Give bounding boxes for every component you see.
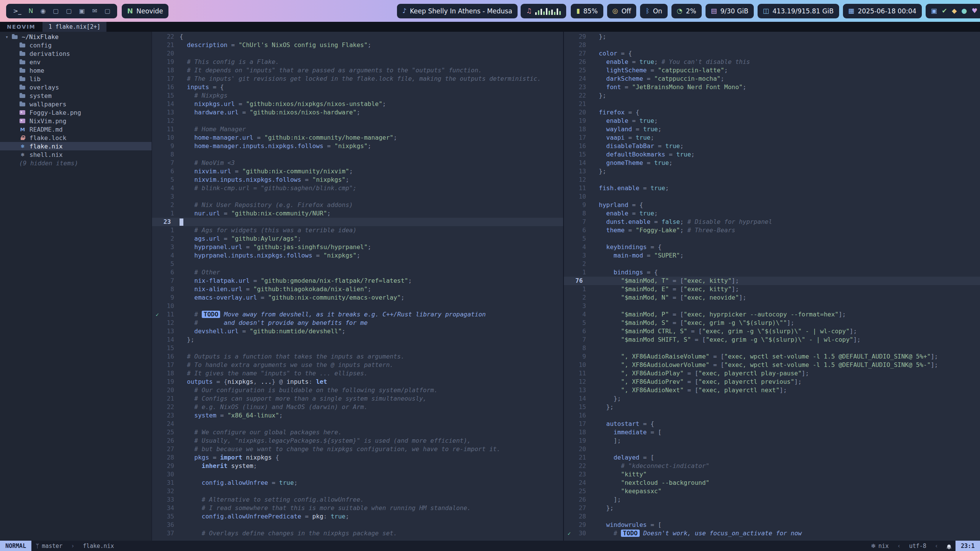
- workspaces-pill[interactable]: >_N◉▢▢▣✉▢: [6, 4, 117, 18]
- code-line[interactable]: 14 };: [564, 395, 980, 403]
- code-line[interactable]: 17 # To handle extra arguments we use th…: [152, 361, 563, 369]
- code-line[interactable]: 12 ", XF86AudioPrev" = ["exec, playerctl…: [564, 378, 980, 386]
- code-line[interactable]: 21 delayed = [: [564, 453, 980, 462]
- code-line[interactable]: 17 vaapi = true;: [564, 134, 980, 142]
- terminal-workspace-icon[interactable]: >_: [13, 7, 21, 15]
- system-tray-pill[interactable]: ▣✔◆●♥: [926, 4, 980, 18]
- code-line[interactable]: 5: [152, 260, 563, 268]
- code-line[interactable]: 36: [152, 521, 563, 529]
- mail-workspace-icon[interactable]: ✉: [92, 7, 97, 15]
- code-line[interactable]: 24 darkScheme = "catppuccin-mocha";: [564, 75, 980, 83]
- code-line[interactable]: 9 hyprland = {: [564, 201, 980, 209]
- code-line[interactable]: 3 main-mod = "SUPER";: [564, 251, 980, 260]
- code-line[interactable]: 4 "$mainMod, P" = ["exec, hyprpicker --a…: [564, 310, 980, 319]
- tree-item-config[interactable]: config: [0, 41, 152, 49]
- code-line[interactable]: 29 windowrules = [: [564, 521, 980, 529]
- code-line[interactable]: 21 # Configs can support more than a sin…: [152, 395, 563, 403]
- tree-item-flake.nix[interactable]: ❄flake.nix: [0, 142, 152, 150]
- media-workspace-icon[interactable]: ▣: [79, 7, 85, 15]
- code-line[interactable]: 7 dunst.enable = false; # Disable for hy…: [564, 218, 980, 226]
- code-line[interactable]: 20: [152, 49, 563, 58]
- tree-item-flake.lock[interactable]: flake.lock: [0, 134, 152, 142]
- code-line[interactable]: 1 nur.url = "github:nix-community/NUR";: [152, 209, 563, 218]
- code-line[interactable]: 14 };: [152, 336, 563, 344]
- tree-item-system[interactable]: system: [0, 91, 152, 100]
- tree-item-overlays[interactable]: overlays: [0, 83, 152, 91]
- tree-item-foggy-lake.png[interactable]: Foggy-Lake.png: [0, 108, 152, 117]
- code-line[interactable]: 19 enable = true;: [564, 117, 980, 125]
- code-line[interactable]: 4 # blink-cmp.url = "github:saghen/blink…: [152, 184, 563, 192]
- code-line[interactable]: 16 # Outputs is a function that takes th…: [152, 352, 563, 361]
- code-line[interactable]: 10 ", XF86AudioLowerVolume" = ["exec, wp…: [564, 361, 980, 369]
- tree-root[interactable]: ▾ ~/NixFlake: [0, 33, 152, 41]
- code-line[interactable]: 1 # Ags for widgets (this was a terrible…: [152, 226, 563, 235]
- browser-workspace-icon[interactable]: ◉: [40, 7, 46, 15]
- code-line[interactable]: 25 # We configure our global packages he…: [152, 428, 563, 437]
- code-line[interactable]: 18 wayland = true;: [564, 125, 980, 134]
- code-line[interactable]: 12 # and doesn't provide any benefits fo…: [152, 319, 563, 327]
- code-line[interactable]: 22 # e.g. NixOS (linux) and MacOS (darwi…: [152, 403, 563, 411]
- window-8-workspace-icon[interactable]: ▢: [105, 7, 110, 15]
- code-line[interactable]: 10: [564, 192, 980, 201]
- tree-item-derivations[interactable]: derivations: [0, 49, 152, 58]
- code-line[interactable]: 26 enable = true; # You can't disable th…: [564, 58, 980, 66]
- code-line[interactable]: 14 nixpkgs.url = "github:nixos/nixpkgs/n…: [152, 100, 563, 108]
- memory-pill[interactable]: ▤9/30 GiB: [706, 4, 754, 18]
- code-line[interactable]: 29 };: [564, 33, 980, 41]
- code-line[interactable]: 20: [564, 445, 980, 453]
- tree-item-env[interactable]: env: [0, 58, 152, 66]
- code-line[interactable]: 5: [564, 235, 980, 243]
- code-line[interactable]: 9 ", XF86AudioRaiseVolume" = ["exec, wpc…: [564, 352, 980, 361]
- code-line[interactable]: 2 ags.url = "github:Aylur/ags";: [152, 235, 563, 243]
- code-line[interactable]: 12: [152, 117, 563, 125]
- neovim-workspace-icon[interactable]: N: [28, 7, 33, 15]
- code-line[interactable]: 9 emacs-overlay.url = "github:nix-commun…: [152, 293, 563, 302]
- code-line[interactable]: 24: [152, 420, 563, 428]
- code-line[interactable]: 7 nix-flatpak.url = "github:gmodena/nix-…: [152, 277, 563, 285]
- code-line[interactable]: 19 # This config is a Flake.: [152, 58, 563, 66]
- code-line[interactable]: ✓11 # TODO Move away from devshell, as i…: [152, 310, 563, 319]
- code-line[interactable]: 5 nixvim.inputs.nixpkgs.follows = "nixpk…: [152, 176, 563, 184]
- code-line[interactable]: 13 };: [564, 167, 980, 176]
- code-line[interactable]: 1 bindings = {: [564, 268, 980, 277]
- code-line[interactable]: 11 ", XF86AudioPlay" = ["exec, playerctl…: [564, 369, 980, 378]
- tray-app-blue-icon[interactable]: ▣: [931, 8, 937, 14]
- code-line[interactable]: 34 # I read somewhere that this is more …: [152, 504, 563, 512]
- code-line[interactable]: 10 home-manager.url = "github:nix-commun…: [152, 134, 563, 142]
- disk-pill[interactable]: ◫413.19/915.81 GiB: [758, 4, 839, 18]
- tree-item-wallpapers[interactable]: wallpapers: [0, 100, 152, 108]
- code-line[interactable]: 22 };: [564, 91, 980, 100]
- code-line[interactable]: 31 config.allowUnfree = true;: [152, 479, 563, 487]
- code-line[interactable]: 5 "$mainMod, S" = ["exec, grim -g \"$(sl…: [564, 319, 980, 327]
- battery-pill[interactable]: ▮85%: [571, 4, 603, 18]
- code-line[interactable]: 9 home-manager.inputs.nixpkgs.follows = …: [152, 142, 563, 150]
- code-line[interactable]: 3 hyprpanel.url = "github:jas-singhfsu/h…: [152, 243, 563, 251]
- code-line[interactable]: 32: [152, 487, 563, 496]
- tree-item-readme.md[interactable]: MREADME.md: [0, 125, 152, 134]
- code-line[interactable]: 25 lightScheme = "catppuccin-latte";: [564, 66, 980, 75]
- code-line[interactable]: 37 # Overlays define changes in the nixp…: [152, 529, 563, 538]
- code-line[interactable]: 16: [564, 411, 980, 420]
- code-line[interactable]: 18 # It gives the name "inputs" to the .…: [152, 369, 563, 378]
- music-title-pill[interactable]: ♪ Keep Shelly In Athens - Medusa: [397, 4, 518, 18]
- code-line[interactable]: 19 ];: [564, 437, 980, 445]
- code-line[interactable]: 2 "$mainMod, N" = ["exec, neovide"];: [564, 293, 980, 302]
- code-line[interactable]: 27 # but because we want to change the n…: [152, 445, 563, 453]
- code-line[interactable]: 4 keybindings = {: [564, 243, 980, 251]
- code-line[interactable]: 27 color = {: [564, 49, 980, 58]
- code-line[interactable]: 27 };: [564, 504, 980, 512]
- code-line[interactable]: 15 defaultBookmarks = true;: [564, 150, 980, 159]
- code-line[interactable]: 15 };: [564, 403, 980, 411]
- code-line[interactable]: 14 gnomeTheme = true;: [564, 159, 980, 167]
- code-line[interactable]: 22 # "kdeconnect-indicator": [564, 462, 980, 470]
- code-line[interactable]: 8 enable = true;: [564, 209, 980, 218]
- code-line[interactable]: 3: [564, 302, 980, 310]
- code-line[interactable]: 6 theme = "Foggy-Lake"; # Three-Bears: [564, 226, 980, 235]
- code-line[interactable]: 12: [564, 176, 980, 184]
- code-line[interactable]: 13 ", XF86AudioNext" = ["exec, playerctl…: [564, 386, 980, 395]
- code-line[interactable]: 6 "$mainMod CTRL, S" = ["exec, grim -g \…: [564, 327, 980, 336]
- code-line[interactable]: 20 # Our configuration is buildable on t…: [152, 386, 563, 395]
- code-line[interactable]: 23 system = "x86_64-linux";: [152, 411, 563, 420]
- bluetooth-pill[interactable]: ᛒOn: [640, 4, 667, 18]
- code-line[interactable]: 28: [564, 41, 980, 49]
